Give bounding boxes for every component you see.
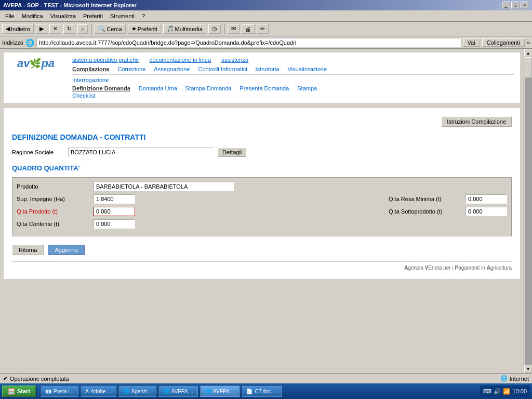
back-button[interactable]: ◀ Indietro	[2, 24, 34, 34]
nav-compilazione[interactable]: Compilazione	[72, 66, 110, 72]
menu-help[interactable]: ?	[139, 12, 148, 20]
nav-istruttoria[interactable]: Istruttoria	[256, 66, 280, 72]
nav-visualizzazione[interactable]: Visualizzazione	[287, 66, 327, 72]
main-nav: Compilazione Correzione Assegnazione Con…	[72, 66, 514, 75]
home-button[interactable]: ⌂	[77, 24, 88, 34]
qta-prodotto-input[interactable]	[94, 207, 135, 216]
sup-impegno-label: Sup. Impegno (Ha)	[17, 196, 89, 202]
taskbar-icon-1: A	[85, 389, 89, 394]
taskbar-item-1[interactable]: A Adobe ...	[81, 385, 116, 397]
nav-controlli[interactable]: Controlli Informatici	[198, 66, 247, 72]
sub-nav-presentadomanda[interactable]: Presenta Domanda	[240, 85, 289, 91]
prodotto-input[interactable]	[94, 182, 234, 191]
taskbar-icon-3: 🌐	[163, 389, 169, 394]
media-icon: 🎵	[167, 25, 174, 32]
taskbar-item-2[interactable]: 🌐 Agenzi...	[118, 385, 156, 397]
logo-text-2: pa	[41, 57, 55, 70]
qta-sottoprodotto-input[interactable]	[466, 207, 507, 216]
back-arrow-icon: ◀	[6, 25, 10, 32]
sub-nav-domandauma[interactable]: Domanda Uma	[139, 85, 177, 91]
scrollbar[interactable]: ▲ ▼	[524, 49, 532, 373]
taskbar-item-5[interactable]: 📄 CT.doc ...	[242, 385, 281, 397]
search-button[interactable]: 🔍 Cerca	[95, 24, 125, 34]
top-nav-docs[interactable]: documentazione in linea	[149, 57, 211, 63]
stop-button[interactable]: ✕	[49, 24, 61, 34]
toolbar-separator-2	[224, 24, 224, 34]
prodotto-label: Prodotto	[17, 183, 89, 190]
taskbar-item-3[interactable]: 🌐 AVEPA ...	[158, 385, 198, 397]
nav-correzione[interactable]: Correzione	[118, 66, 146, 72]
menu-strumenti[interactable]: Strumenti	[107, 12, 138, 20]
istruzioni-row: Istruzioni Compilazione	[12, 116, 512, 127]
sub-nav-stampa[interactable]: Stampa	[297, 85, 317, 91]
menu-modifica[interactable]: Modifica	[19, 12, 46, 20]
ragione-sociale-row: Ragione Sociale Dettagli	[12, 148, 512, 157]
page-footer: Agenzia VEneta per i Pagamenti in Agrico…	[12, 261, 512, 271]
history-button[interactable]: ◷	[208, 24, 221, 34]
sub-nav-checklist[interactable]: Checklist	[72, 92, 96, 99]
aggiorna-button[interactable]: Aggiorna	[48, 245, 84, 255]
start-button[interactable]: 🪟 Start	[2, 385, 36, 397]
close-button[interactable]: ×	[521, 2, 529, 9]
favorites-button[interactable]: ★ Preferiti	[128, 24, 161, 34]
qta-conferite-label: Q.ta Conferite (t)	[17, 221, 89, 227]
qta-resa-input[interactable]	[466, 194, 507, 204]
nav-area: sistema operativo pratiche documentazion…	[72, 57, 514, 99]
action-row: Ritorna Aggiorna	[12, 245, 512, 255]
top-nav-sop[interactable]: sistema operativo pratiche	[72, 57, 139, 63]
forward-button[interactable]: ▶	[36, 24, 47, 34]
zone-icon: 🌐	[500, 375, 508, 382]
nav-assegnazione[interactable]: Assegnazione	[154, 66, 190, 72]
address-input[interactable]	[36, 38, 461, 47]
taskbar: 🪟 Start 📧 Posta i... A Adobe ... 🌐 Agenz…	[0, 383, 532, 399]
taskbar-item-0[interactable]: 📧 Posta i...	[41, 385, 78, 397]
keyboard-icon: ⌨	[483, 388, 491, 395]
edit-button[interactable]: ✏	[257, 24, 269, 34]
network-icon: 📶	[503, 388, 510, 395]
status-icon: ✔	[3, 375, 8, 382]
ritorna-button[interactable]: Ritorna	[12, 245, 44, 255]
taskbar-item-4[interactable]: 🌐 AVEPA ...	[200, 385, 240, 397]
go-button[interactable]: Vai	[463, 38, 480, 47]
dettagli-button[interactable]: Dettagli	[218, 148, 246, 157]
menu-file[interactable]: File	[2, 12, 18, 20]
sub-nav-stampadomanda[interactable]: Stampa Domanda	[185, 85, 232, 91]
taskbar-icon-2: 🌐	[123, 389, 129, 394]
print-button[interactable]: 🖨	[242, 24, 255, 34]
arrow-icon: »	[527, 39, 530, 46]
maximize-button[interactable]: □	[511, 2, 520, 9]
scrollbar-thumb[interactable]	[525, 57, 532, 78]
system-tray: ⌨ 🔊 📶 10:00	[480, 385, 530, 397]
scroll-down-button[interactable]: ▼	[524, 365, 533, 373]
status-bar: ✔ Operazione completata 🌐 Internet	[0, 373, 532, 383]
page-body: Istruzioni Compilazione DEFINIZIONE DOMA…	[3, 108, 521, 280]
refresh-button[interactable]: ↻	[63, 24, 75, 34]
istruzioni-btn[interactable]: Istruzioni Compilazione	[441, 116, 512, 127]
windows-icon: 🪟	[8, 388, 15, 395]
taskbar-icon-4: 🌐	[205, 389, 211, 394]
sup-impegno-input[interactable]	[94, 194, 135, 204]
scroll-up-button[interactable]: ▲	[524, 49, 533, 57]
sub-nav-defdomanda[interactable]: Definizione Domanda	[72, 85, 130, 91]
logo-text: av	[17, 57, 30, 70]
sub-nav-interrogazione[interactable]: Interrogazione	[72, 77, 109, 83]
taskbar-separator	[38, 385, 38, 397]
minimize-button[interactable]: _	[502, 2, 510, 9]
address-bar: Indirizzo 🌐 Vai Collegamenti »	[0, 36, 532, 49]
ragione-sociale-input[interactable]	[68, 148, 214, 157]
qta-sottoprodotto-label: Q.ta Sottoprodotto (t)	[389, 208, 461, 215]
window-controls: _ □ ×	[502, 2, 529, 9]
search-icon: 🔍	[98, 25, 105, 32]
media-button[interactable]: 🎵 Multimedia	[163, 24, 206, 34]
top-nav: sistema operativo pratiche documentazion…	[72, 57, 514, 63]
top-nav-assistenza[interactable]: assistenza	[221, 57, 248, 63]
menu-visualizza[interactable]: Visualizza	[47, 12, 79, 20]
browser-page: av 🌿 pa sistema operativo pratiche docum…	[0, 49, 524, 373]
qta-conferite-input[interactable]	[94, 219, 135, 229]
browser-content: av 🌿 pa sistema operativo pratiche docum…	[0, 49, 532, 373]
sub-nav-3: Checklist	[72, 92, 514, 99]
mail-button[interactable]: ✉	[228, 24, 240, 34]
menu-preferiti[interactable]: Preferiti	[80, 12, 106, 20]
speaker-icon: 🔊	[494, 388, 501, 395]
links-button[interactable]: Collegamenti	[482, 38, 525, 47]
